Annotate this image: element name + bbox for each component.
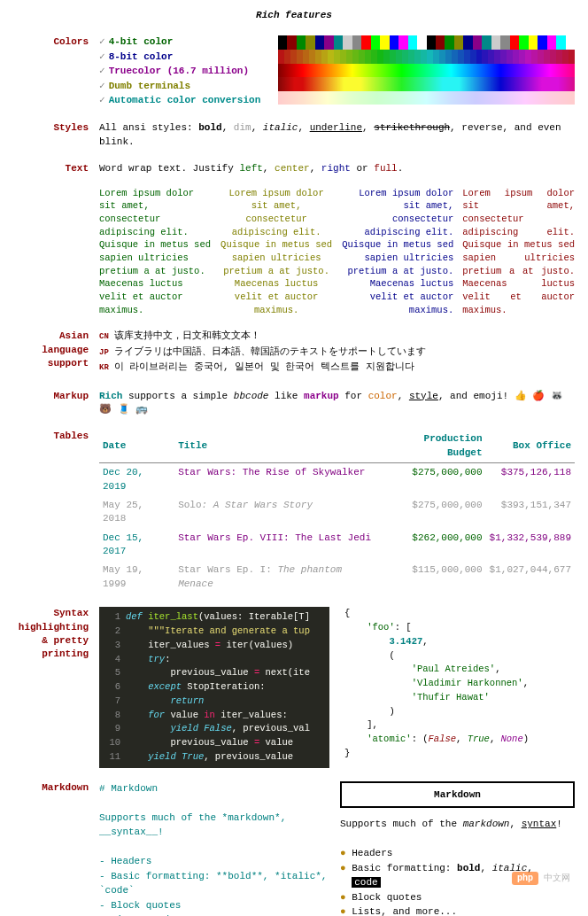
tag-cn: CN	[99, 332, 109, 341]
label-styles: Styles	[13, 121, 99, 135]
section-colors: Colors ✓4-bit color ✓8-bit color ✓Trueco…	[13, 35, 575, 108]
justify-full: full	[374, 163, 397, 174]
label-syntax: Syntax highlighting & pretty printing	[13, 607, 99, 662]
label-asian: Asian language support	[13, 330, 99, 370]
table-row: May 19, 1999Star Wars Ep. I: The phantom…	[99, 561, 575, 594]
label-tables: Tables	[13, 430, 99, 443]
style-underline: underline	[310, 122, 362, 133]
justify-right: right	[321, 163, 351, 174]
text-cn: 该库支持中文，日文和韩文文本！	[114, 330, 260, 341]
lorem-center: Lorem ipsum dolor sit amet, consectetur …	[220, 187, 333, 317]
table-row: Dec 15, 2017Star Wars Ep. VIII: The Last…	[99, 529, 575, 562]
label-markdown: Markdown	[13, 781, 99, 795]
table-row: May 25, 2018Solo: A Star Wars Story$275,…	[99, 496, 575, 529]
section-text: Text Word wrap text. Justify left, cente…	[13, 162, 575, 316]
lorem-full: Lorem ipsum dolor sit amet, consectetur …	[462, 187, 575, 317]
lorem-left: Lorem ipsum dolor sit amet, consectetur …	[99, 187, 212, 317]
lorem-right: Lorem ipsum dolor sit amet, consectetur …	[342, 187, 454, 317]
tag-kr: KR	[99, 363, 109, 372]
md-heading-box: Markdown	[340, 781, 575, 809]
feat-8bit: 8-bit color	[109, 51, 174, 62]
label-text: Text	[13, 162, 99, 175]
section-markdown: Markdown # Markdown Supports much of the…	[13, 781, 575, 917]
watermark: php 中文网	[512, 873, 570, 885]
movies-table: Date Title Production Budget Box Office …	[99, 430, 575, 594]
tag-jp: JP	[99, 348, 109, 357]
justify-left: left	[239, 163, 262, 174]
feat-4bit: 4-bit color	[109, 36, 174, 47]
section-styles: Styles All ansi styles: bold, dim, itali…	[13, 121, 575, 149]
label-markup: Markup	[13, 390, 99, 403]
style-dim: dim	[234, 122, 251, 133]
th-date: Date	[99, 430, 174, 462]
feat-autoconv: Automatic color conversion	[109, 95, 261, 105]
th-box: Box Office	[486, 430, 575, 462]
text-kr: 이 라이브러리는 중국어, 일본어 및 한국어 텍스트를 지원합니다	[114, 361, 414, 372]
code-editor: 1def iter_last(values: Iterable[T] 2 """…	[99, 607, 329, 767]
section-tables: Tables Date Title Production Budget Box …	[13, 430, 575, 594]
section-syntax: Syntax highlighting & pretty printing 1d…	[13, 607, 575, 767]
style-bold: bold	[198, 122, 221, 133]
style-italic: italic	[263, 122, 298, 133]
feat-truecolor: Truecolor (16.7 million)	[109, 66, 249, 76]
page-title: Rich features	[13, 9, 575, 22]
markdown-source: # Markdown Supports much of the *markdow…	[99, 781, 329, 917]
color-feature-list: ✓4-bit color ✓8-bit color ✓Truecolor (16…	[99, 35, 260, 108]
th-budget: Production Budget	[381, 430, 486, 462]
text-jp: ライブラリは中国語、日本語、韓国語のテキストをサポートしています	[114, 346, 426, 357]
pretty-print: { 'foo': [ 3.1427, ( 'Paul Atreides', 'V…	[344, 607, 575, 760]
justify-center: center	[275, 163, 310, 174]
lorem-demo: Lorem ipsum dolor sit amet, consectetur …	[99, 187, 575, 317]
section-markup: Markup Rich supports a simple bbcode lik…	[13, 390, 575, 417]
markdown-rendered: Markdown Supports much of the markdown, …	[340, 781, 575, 917]
section-asian: Asian language support CN该库支持中文，日文和韩文文本！…	[13, 330, 575, 376]
label-colors: Colors	[13, 35, 99, 49]
th-title: Title	[174, 430, 380, 462]
table-row: Dec 20, 2019Star Wars: The Rise of Skywa…	[99, 463, 575, 496]
color-spectrum	[278, 35, 575, 105]
style-strike: strikethrough	[374, 122, 450, 133]
feat-dumb: Dumb terminals	[109, 81, 190, 91]
